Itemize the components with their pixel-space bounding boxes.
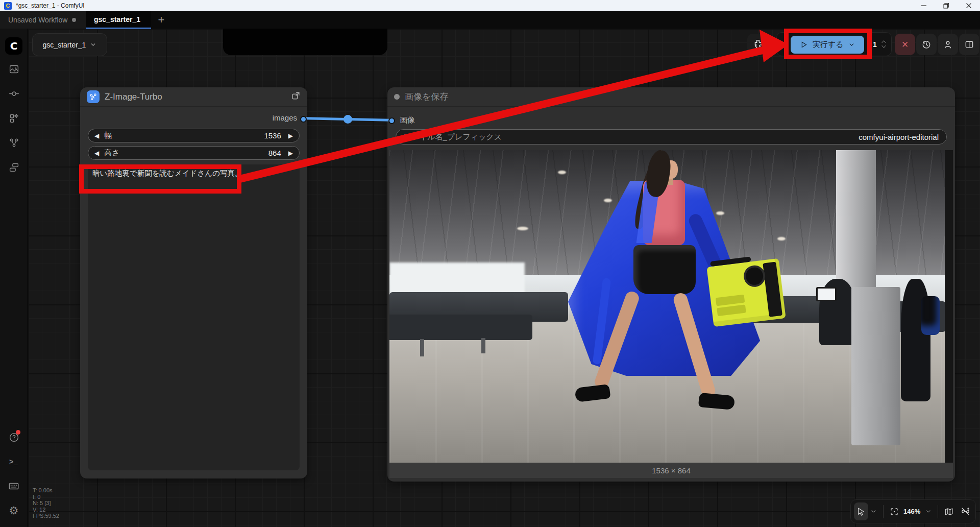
unsaved-dot-icon — [72, 18, 76, 22]
image-dimensions-caption: 1536 × 864 — [389, 463, 953, 478]
image-input-port[interactable] — [388, 117, 395, 124]
user-icon — [943, 39, 953, 50]
unlink-icon — [961, 507, 970, 516]
stat-time: T: 0.00s — [33, 487, 59, 494]
fit-view-icon — [890, 507, 899, 516]
spinner-up-icon[interactable] — [881, 40, 887, 43]
sidebar-item-nodes[interactable] — [4, 83, 24, 104]
run-toolbar-group: ⋮ 実行する 1 — [776, 32, 892, 56]
sidebar-item-queue[interactable] — [4, 157, 24, 177]
photo-loafer — [698, 393, 735, 410]
photo-yellow-boombox — [706, 258, 786, 327]
height-value: 864 — [268, 149, 281, 157]
comfyui-window: C *gsc_starter_1 - ComfyUI Unsaved Workf… — [0, 0, 980, 527]
viewport-toolbar: 146% — [850, 499, 976, 523]
window-minimize-button[interactable] — [913, 0, 935, 11]
sidebar-item-media-assets[interactable] — [4, 59, 24, 79]
decrement-icon[interactable]: ◀ — [94, 150, 99, 157]
subgraph-icon — [87, 90, 100, 103]
stat-fps: FPS:59.52 — [33, 513, 59, 519]
sidebar-toggle-icon — [964, 39, 974, 50]
width-value: 1536 — [264, 131, 281, 140]
photo-black-shorts — [633, 245, 696, 294]
decrement-icon[interactable]: ◀ — [94, 132, 99, 139]
chevron-down-icon — [925, 508, 932, 515]
minimap-button[interactable] — [942, 507, 955, 516]
spinner-down-icon[interactable] — [881, 45, 887, 49]
increment-icon[interactable]: ▶ — [288, 150, 293, 157]
zoom-dropdown[interactable] — [923, 508, 934, 515]
drag-handle[interactable]: ⋮ — [780, 43, 787, 45]
sidebar-item-model-library[interactable] — [4, 108, 24, 128]
keyboard-icon[interactable] — [4, 476, 24, 496]
tab-label: gsc_starter_1 — [94, 15, 140, 23]
zoom-level-value[interactable]: 146% — [903, 508, 920, 515]
left-sidebar: C >_ ⚙ — [0, 29, 28, 527]
batch-count-value: 1 — [873, 40, 877, 49]
stat-nodes: N: 5 [3] — [33, 500, 59, 507]
node-save-image[interactable]: 画像を保存 画像 ファイル名_プレフィックス comfyui-airport-e… — [387, 87, 955, 482]
pointer-tool-dropdown[interactable] — [868, 508, 879, 515]
photo-backpack — [921, 296, 940, 335]
workflow-name-menu[interactable]: gsc_starter_1 — [32, 33, 107, 56]
height-stepper[interactable]: ◀ 高さ 864 ▶ — [88, 146, 300, 160]
comfyui-app-icon: C — [4, 2, 12, 10]
toggle-panel-button[interactable] — [959, 34, 979, 55]
batch-count-stepper[interactable]: 1 — [870, 33, 892, 56]
workflow-tabbar: Unsaved Workflow gsc_starter_1 + — [0, 11, 980, 29]
collapse-dot-icon[interactable] — [394, 94, 400, 100]
node-z-image-turbo[interactable]: Z-Image-Turbo images ◀ 幅 1536 ▶ ◀ 高さ 864… — [80, 87, 307, 478]
chevron-down-icon — [870, 508, 877, 515]
node-title: Z-Image-Turbo — [105, 92, 162, 102]
window-close-button[interactable] — [958, 0, 980, 11]
photo-tablet-screen — [816, 287, 837, 301]
new-tab-button[interactable]: + — [151, 11, 172, 29]
photo-kiosk — [851, 287, 900, 445]
settings-gear-icon[interactable]: ⚙ — [4, 500, 24, 521]
width-stepper[interactable]: ◀ 幅 1536 ▶ — [88, 129, 300, 142]
workflow-name-label: gsc_starter_1 — [43, 41, 86, 49]
output-label: images — [273, 113, 297, 122]
clear-queue-button[interactable]: ✕ — [895, 34, 915, 55]
node-header[interactable]: 画像を保存 — [387, 87, 955, 107]
performance-stats: T: 0.00s I: 0 N: 5 [3] V: 12 FPS:59.52 — [33, 487, 59, 519]
pointer-tool-button[interactable] — [854, 502, 868, 520]
node-header[interactable]: Z-Image-Turbo — [80, 87, 307, 107]
filename-prefix-label: ファイル名_プレフィックス — [404, 132, 502, 142]
user-account-button[interactable] — [938, 34, 958, 55]
cursor-icon — [856, 507, 866, 516]
stat-images: I: 0 — [33, 494, 59, 500]
puzzle-icon — [752, 39, 764, 50]
window-restore-button[interactable] — [935, 0, 958, 11]
toggle-links-button[interactable] — [959, 507, 972, 516]
window-title: *gsc_starter_1 - ComfyUI — [16, 2, 85, 9]
images-output-port[interactable] — [300, 116, 307, 123]
photo-column — [836, 150, 876, 298]
input-label: 画像 — [400, 115, 415, 125]
tab-gsc-starter-1[interactable]: gsc_starter_1 — [86, 11, 151, 29]
collapsed-black-panel — [223, 29, 387, 55]
minimap-icon — [944, 507, 953, 516]
link-midpoint-dot[interactable] — [344, 115, 352, 124]
tab-unsaved-workflow[interactable]: Unsaved Workflow — [0, 11, 86, 29]
history-icon — [921, 39, 932, 50]
chevron-down-icon — [90, 41, 96, 48]
expand-node-icon[interactable] — [291, 91, 301, 103]
prompt-textarea[interactable]: 暗い路地裏で新聞を読むメイドさんの写真。 — [88, 164, 300, 470]
terminal-icon[interactable]: >_ — [4, 451, 24, 472]
sidebar-item-workflows[interactable] — [4, 132, 24, 153]
chevron-down-icon — [848, 41, 855, 48]
filename-prefix-field[interactable]: ファイル名_プレフィックス comfyui-airport-editorial — [396, 129, 947, 145]
help-icon[interactable] — [4, 427, 24, 447]
notification-badge — [16, 430, 20, 435]
increment-icon[interactable]: ▶ — [288, 132, 293, 139]
run-button-label: 実行する — [813, 40, 844, 50]
extensions-button[interactable] — [747, 34, 769, 55]
stat-version: V: 12 — [33, 507, 59, 513]
generated-image-preview[interactable] — [389, 150, 953, 463]
run-button[interactable]: 実行する — [791, 36, 864, 54]
fit-view-button[interactable] — [888, 507, 901, 516]
width-label: 幅 — [104, 131, 112, 140]
node-title: 画像を保存 — [405, 91, 448, 103]
history-button[interactable] — [916, 34, 937, 55]
